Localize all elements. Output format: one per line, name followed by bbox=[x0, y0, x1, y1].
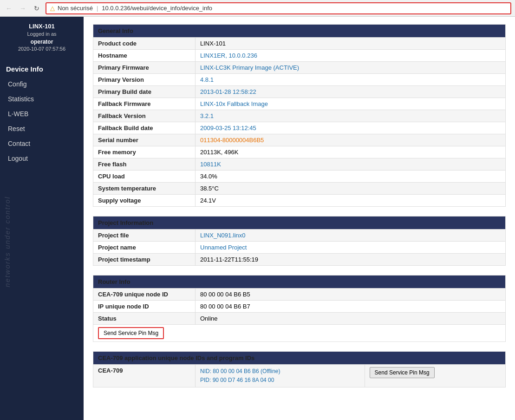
sidebar-nav: Device Info Config Statistics L-WEB Rese… bbox=[0, 61, 84, 166]
send-service-pin-cell: Send Service Pin Msg bbox=[93, 325, 506, 342]
value-primary-firmware: LINX-LC3K Primary Image (ACTIVE) bbox=[196, 62, 506, 74]
table-row: Status Online bbox=[93, 313, 506, 325]
value-free-memory: 20113K, 496K bbox=[196, 146, 506, 158]
sidebar-item-l-web[interactable]: L-WEB bbox=[0, 106, 84, 121]
value-temperature: 38.5°C bbox=[196, 183, 506, 195]
value-voltage: 24.1V bbox=[196, 195, 506, 207]
value-hostname: LINX1ER, 10.0.0.236 bbox=[196, 50, 506, 62]
url-text: 10.0.0.236/webui/device_info/device_info bbox=[102, 5, 212, 12]
sidebar: LINX-101 Logged in as operator 2020-10-0… bbox=[0, 17, 84, 420]
table-row: Product code LINX-101 bbox=[93, 38, 506, 50]
table-row: Fallback Firmware LINX-10x Fallback Imag… bbox=[93, 98, 506, 110]
value-status: Online bbox=[196, 313, 506, 325]
general-info-title: General Info bbox=[93, 25, 506, 38]
label-free-memory: Free memory bbox=[93, 146, 196, 158]
label-project-file: Project file bbox=[93, 230, 196, 242]
label-fallback-build: Fallback Build date bbox=[93, 122, 196, 134]
table-row: Free memory 20113K, 496K bbox=[93, 146, 506, 158]
browser-chrome: ← → ↻ △ Non sécurisé | 10.0.0.236/webui/… bbox=[0, 0, 515, 17]
value-fallback-firmware: LINX-10x Fallback Image bbox=[196, 98, 506, 110]
nid-text: NID: 80 00 00 04 B6 B6 (Offline) bbox=[200, 368, 280, 374]
separator: | bbox=[97, 5, 98, 12]
table-row: IP unique node ID 80 00 00 04 B6 B7 bbox=[93, 301, 506, 313]
sidebar-datetime: 2020-10-07 07:57:56 bbox=[5, 46, 79, 52]
table-row: System temperature 38.5°C bbox=[93, 183, 506, 195]
table-row: Fallback Version 3.2.1 bbox=[93, 110, 506, 122]
table-row: Hostname LINX1ER, 10.0.0.236 bbox=[93, 50, 506, 62]
sidebar-header: LINX-101 Logged in as operator 2020-10-0… bbox=[0, 17, 84, 57]
table-row: Send Service Pin Msg bbox=[93, 325, 506, 342]
value-project-file: LINX_N091.linx0 bbox=[196, 230, 506, 242]
value-free-flash: 10811K bbox=[196, 158, 506, 171]
logged-as-label: Logged in as bbox=[5, 31, 79, 38]
reload-button[interactable]: ↻ bbox=[32, 3, 42, 13]
cea709-button-cell: Send Service Pin Msg bbox=[365, 365, 505, 387]
sidebar-item-contact[interactable]: Contact bbox=[0, 136, 84, 151]
router-info-title: Router Info bbox=[93, 276, 506, 289]
label-fallback-version: Fallback Version bbox=[93, 110, 196, 122]
value-cea709-node-id: 80 00 00 04 B6 B5 bbox=[196, 289, 506, 301]
router-info-header: Router Info bbox=[93, 276, 506, 289]
project-info-title: Project Information bbox=[93, 217, 506, 230]
send-service-pin-button[interactable]: Send Service Pin Msg bbox=[98, 327, 164, 339]
table-row: Primary Build date 2013-01-28 12:58:22 bbox=[93, 86, 506, 98]
cea709-header: CEA-709 application unique node IDs and … bbox=[93, 352, 506, 365]
table-row: CEA-709 unique node ID 80 00 00 04 B6 B5 bbox=[93, 289, 506, 301]
label-project-name: Project name bbox=[93, 242, 196, 254]
sidebar-item-statistics[interactable]: Statistics bbox=[0, 92, 84, 106]
main-container: LINX-101 Logged in as operator 2020-10-0… bbox=[0, 17, 515, 420]
label-project-timestamp: Project timestamp bbox=[93, 254, 196, 266]
label-voltage: Supply voltage bbox=[93, 195, 196, 207]
project-info-header: Project Information bbox=[93, 217, 506, 230]
label-fallback-firmware: Fallback Firmware bbox=[93, 98, 196, 110]
table-row: Primary Firmware LINX-LC3K Primary Image… bbox=[93, 62, 506, 74]
value-fallback-version: 3.2.1 bbox=[196, 110, 506, 122]
sidebar-item-logout[interactable]: Logout bbox=[0, 151, 84, 166]
forward-button[interactable]: → bbox=[18, 3, 28, 13]
back-button[interactable]: ← bbox=[4, 3, 14, 13]
non-secure-label: Non sécurisé bbox=[58, 5, 93, 12]
value-fallback-build: 2009-03-25 13:12:45 bbox=[196, 122, 506, 134]
table-row: Primary Version 4.8.1 bbox=[93, 74, 506, 86]
label-free-flash: Free flash bbox=[93, 158, 196, 171]
table-row: Project file LINX_N091.linx0 bbox=[93, 230, 506, 242]
sidebar-item-reset[interactable]: Reset bbox=[0, 121, 84, 136]
address-bar[interactable]: △ Non sécurisé | 10.0.0.236/webui/device… bbox=[46, 2, 511, 14]
value-project-timestamp: 2011-11-22T11:55:19 bbox=[196, 254, 506, 266]
cea709-title: CEA-709 application unique node IDs and … bbox=[93, 352, 506, 365]
label-hostname: Hostname bbox=[93, 50, 196, 62]
label-cea709: CEA-709 bbox=[93, 365, 196, 387]
table-row: Fallback Build date 2009-03-25 13:12:45 bbox=[93, 122, 506, 134]
label-temperature: System temperature bbox=[93, 183, 196, 195]
sidebar-item-device-info[interactable]: Device Info bbox=[0, 61, 84, 77]
content-area: General Info Product code LINX-101 Hostn… bbox=[84, 17, 515, 420]
label-primary-build: Primary Build date bbox=[93, 86, 196, 98]
label-cea709-node-id: CEA-709 unique node ID bbox=[93, 289, 196, 301]
general-info-header: General Info bbox=[93, 25, 506, 38]
value-primary-build: 2013-01-28 12:58:22 bbox=[196, 86, 506, 98]
table-row: CPU load 34.0% bbox=[93, 171, 506, 183]
operator-label: operator bbox=[5, 38, 79, 46]
cea709-send-service-pin-button[interactable]: Send Service Pin Msg bbox=[370, 367, 435, 378]
table-row: Serial number 011304-80000004B6B5 bbox=[93, 134, 506, 146]
table-row: Project timestamp 2011-11-22T11:55:19 bbox=[93, 254, 506, 266]
cea709-table: CEA-709 application unique node IDs and … bbox=[93, 351, 506, 387]
table-row: CEA-709 NID: 80 00 00 04 B6 B6 (Offline)… bbox=[93, 365, 506, 387]
warning-icon: △ bbox=[50, 5, 55, 12]
label-product-code: Product code bbox=[93, 38, 196, 50]
label-ip-node-id: IP unique node ID bbox=[93, 301, 196, 313]
router-info-table: Router Info CEA-709 unique node ID 80 00… bbox=[93, 275, 506, 342]
table-row: Supply voltage 24.1V bbox=[93, 195, 506, 207]
value-primary-version: 4.8.1 bbox=[196, 74, 506, 86]
label-primary-firmware: Primary Firmware bbox=[93, 62, 196, 74]
value-cea709-nid-pid: NID: 80 00 00 04 B6 B6 (Offline) PID: 90… bbox=[196, 365, 365, 387]
label-serial: Serial number bbox=[93, 134, 196, 146]
value-project-name: Unnamed Project bbox=[196, 242, 506, 254]
label-primary-version: Primary Version bbox=[93, 74, 196, 86]
project-info-table: Project Information Project file LINX_N0… bbox=[93, 216, 506, 266]
value-ip-node-id: 80 00 00 04 B6 B7 bbox=[196, 301, 506, 313]
table-row: Project name Unnamed Project bbox=[93, 242, 506, 254]
sidebar-item-config[interactable]: Config bbox=[0, 77, 84, 92]
table-row: Free flash 10811K bbox=[93, 158, 506, 171]
device-name: LINX-101 bbox=[5, 22, 79, 31]
